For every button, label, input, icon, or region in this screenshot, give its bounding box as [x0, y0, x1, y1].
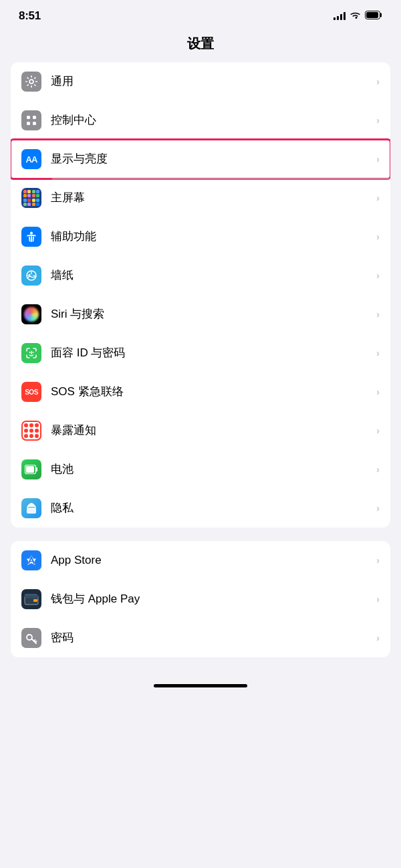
- wallet-label: 钱包与 Apple Pay: [51, 592, 371, 606]
- settings-item-accessibility[interactable]: 辅助功能 ›: [11, 217, 390, 256]
- home-screen-label: 主屏幕: [51, 191, 371, 205]
- display-icon: AA: [21, 149, 41, 169]
- home-screen-icon: [21, 188, 41, 208]
- display-label: 显示与亮度: [51, 152, 371, 166]
- privacy-icon: [21, 498, 41, 518]
- accessibility-label: 辅助功能: [51, 230, 371, 243]
- settings-item-passwords[interactable]: 密码 ›: [11, 619, 390, 657]
- settings-item-wallet[interactable]: 钱包与 Apple Pay ›: [11, 580, 390, 619]
- wallet-icon: [21, 589, 41, 609]
- svg-rect-6: [27, 122, 30, 125]
- exposure-label: 暴露通知: [51, 424, 371, 437]
- svg-rect-16: [27, 508, 36, 514]
- svg-rect-1: [380, 13, 382, 17]
- settings-item-privacy[interactable]: 隐私 ›: [11, 489, 390, 528]
- settings-item-exposure[interactable]: 暴露通知 ›: [11, 411, 390, 450]
- svg-point-3: [29, 80, 33, 84]
- appstore-chevron: ›: [376, 555, 380, 566]
- page-title-bar: 设置: [0, 29, 401, 62]
- sos-label: SOS 紧急联络: [51, 385, 371, 399]
- exposure-icon: [21, 421, 41, 441]
- settings-item-general[interactable]: 通用 ›: [11, 62, 390, 101]
- svg-rect-20: [25, 594, 37, 596]
- accessibility-icon: [21, 227, 41, 247]
- faceid-chevron: ›: [376, 348, 380, 358]
- settings-item-battery[interactable]: 电池 ›: [11, 450, 390, 489]
- control-center-chevron: ›: [376, 115, 380, 126]
- wifi-icon: [350, 10, 361, 22]
- settings-section-2: App Store › 钱包与 Apple Pay ›: [0, 541, 401, 657]
- status-time: 8:51: [19, 9, 41, 23]
- svg-rect-15: [26, 466, 34, 473]
- display-chevron: ›: [376, 154, 380, 165]
- privacy-label: 隐私: [51, 502, 371, 515]
- accessibility-chevron: ›: [376, 231, 380, 242]
- siri-label: Siri 与搜索: [51, 308, 371, 321]
- settings-item-home-screen[interactable]: 主屏幕 ›: [11, 179, 390, 217]
- settings-item-display[interactable]: AA 显示与亮度 ›: [11, 140, 390, 179]
- svg-rect-19: [33, 599, 37, 602]
- svg-point-8: [30, 232, 33, 235]
- control-center-label: 控制中心: [51, 114, 371, 127]
- battery-icon: [365, 10, 382, 22]
- passwords-chevron: ›: [376, 633, 380, 643]
- settings-item-siri[interactable]: Siri 与搜索 ›: [11, 295, 390, 334]
- settings-item-faceid[interactable]: 面容 ID 与密码 ›: [11, 334, 390, 372]
- settings-item-wallpaper[interactable]: 墙纸 ›: [11, 256, 390, 295]
- general-label: 通用: [51, 75, 371, 88]
- settings-section-1: 通用 › 控制中心 › AA 显示与亮度 ›: [0, 62, 401, 528]
- svg-rect-2: [366, 12, 378, 18]
- signal-icon: [333, 12, 346, 20]
- battery-label: 电池: [51, 463, 371, 476]
- general-chevron: ›: [376, 76, 380, 87]
- privacy-chevron: ›: [376, 503, 380, 514]
- svg-rect-5: [33, 116, 36, 119]
- status-icons: [333, 10, 382, 22]
- control-center-icon: [21, 110, 41, 130]
- svg-rect-4: [27, 116, 30, 119]
- general-icon: [21, 72, 41, 92]
- appstore-label: App Store: [51, 554, 371, 567]
- battery-item-icon: [21, 459, 41, 479]
- settings-group-2: App Store › 钱包与 Apple Pay ›: [11, 541, 390, 657]
- passwords-label: 密码: [51, 631, 371, 645]
- svg-rect-7: [33, 122, 36, 125]
- page-title: 设置: [0, 35, 401, 53]
- settings-item-appstore[interactable]: App Store ›: [11, 541, 390, 580]
- home-screen-chevron: ›: [376, 193, 380, 203]
- wallpaper-icon: [21, 265, 41, 286]
- battery-chevron: ›: [376, 464, 380, 475]
- svg-point-12: [33, 352, 34, 353]
- key-icon: [21, 628, 41, 648]
- settings-group-1: 通用 › 控制中心 › AA 显示与亮度 ›: [11, 62, 390, 528]
- settings-item-sos[interactable]: SOS SOS 紧急联络 ›: [11, 372, 390, 411]
- wallpaper-chevron: ›: [376, 270, 380, 281]
- wallet-chevron: ›: [376, 594, 380, 605]
- home-bar: [154, 684, 247, 687]
- faceid-icon: [21, 343, 41, 363]
- sos-chevron: ›: [376, 387, 380, 397]
- faceid-label: 面容 ID 与密码: [51, 346, 371, 360]
- appstore-icon: [21, 550, 41, 570]
- wallpaper-label: 墙纸: [51, 269, 371, 282]
- siri-icon: [21, 304, 41, 324]
- sos-icon: SOS: [21, 382, 41, 402]
- settings-item-control-center[interactable]: 控制中心 ›: [11, 101, 390, 140]
- svg-rect-14: [36, 467, 38, 471]
- svg-point-11: [29, 352, 31, 353]
- home-indicator: [0, 671, 401, 693]
- exposure-chevron: ›: [376, 425, 380, 436]
- status-bar: 8:51: [0, 0, 401, 29]
- siri-chevron: ›: [376, 309, 380, 320]
